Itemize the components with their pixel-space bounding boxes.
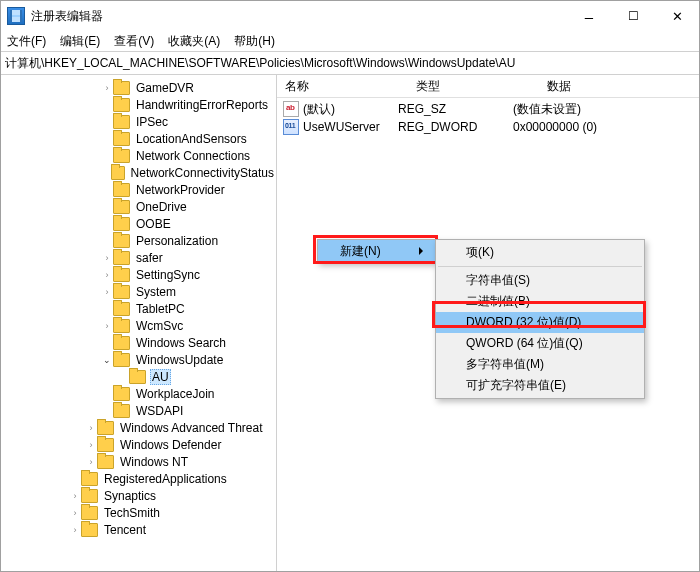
tree-item-label: Windows Advanced Threat [118, 421, 265, 435]
maximize-button[interactable] [611, 1, 655, 31]
col-data[interactable]: 数据 [539, 78, 699, 95]
tree-item[interactable]: NetworkProvider [5, 181, 276, 198]
tree-item[interactable]: OneDrive [5, 198, 276, 215]
folder-icon [113, 285, 130, 299]
tree-item[interactable]: TabletPC [5, 300, 276, 317]
folder-icon [97, 438, 114, 452]
value-row[interactable]: UseWUServerREG_DWORD0x00000000 (0) [277, 118, 699, 136]
tree-item-label: Synaptics [102, 489, 158, 503]
chevron-right-icon[interactable]: › [69, 491, 81, 501]
folder-icon [111, 166, 125, 180]
tree-item[interactable]: WSDAPI [5, 402, 276, 419]
folder-icon [81, 489, 98, 503]
folder-icon [113, 217, 130, 231]
tree-item-label: safer [134, 251, 165, 265]
folder-icon [113, 115, 130, 129]
value-data: (数值未设置) [513, 101, 699, 118]
tree-item[interactable]: ›Synaptics [5, 487, 276, 504]
menu-view[interactable]: 查看(V) [114, 33, 154, 50]
tree-item-label: Tencent [102, 523, 148, 537]
tree-item[interactable]: AU [5, 368, 276, 385]
chevron-right-icon[interactable]: › [101, 287, 113, 297]
folder-icon [113, 302, 130, 316]
col-name[interactable]: 名称 [277, 78, 408, 95]
menu-favorites[interactable]: 收藏夹(A) [168, 33, 220, 50]
values-list[interactable]: (默认)REG_SZ(数值未设置)UseWUServerREG_DWORD0x0… [277, 98, 699, 136]
tree-item[interactable]: ›Windows Advanced Threat [5, 419, 276, 436]
address-text: 计算机\HKEY_LOCAL_MACHINE\SOFTWARE\Policies… [5, 55, 515, 72]
tree-panel: ›GameDVRHandwritingErrorReportsIPSecLoca… [1, 75, 277, 571]
chevron-down-icon[interactable]: ⌄ [101, 355, 113, 365]
folder-icon [81, 523, 98, 537]
submenu-arrow-icon [419, 247, 427, 255]
tree-item[interactable]: HandwritingErrorReports [5, 96, 276, 113]
value-row[interactable]: (默认)REG_SZ(数值未设置) [277, 100, 699, 118]
chevron-right-icon[interactable]: › [101, 270, 113, 280]
tree-item-label: Windows Defender [118, 438, 223, 452]
address-bar[interactable]: 计算机\HKEY_LOCAL_MACHINE\SOFTWARE\Policies… [1, 52, 699, 75]
tree-item[interactable]: IPSec [5, 113, 276, 130]
folder-icon [113, 132, 130, 146]
tree-item[interactable]: ›GameDVR [5, 79, 276, 96]
folder-icon [113, 234, 130, 248]
menu-new-dword[interactable]: DWORD (32 位)值(D) [436, 312, 644, 333]
tree-item[interactable]: ›WcmSvc [5, 317, 276, 334]
dword-value-icon [283, 119, 299, 135]
context-menu: 新建(N) [317, 239, 436, 263]
chevron-right-icon[interactable]: › [101, 253, 113, 263]
menu-edit[interactable]: 编辑(E) [60, 33, 100, 50]
app-icon [7, 7, 25, 25]
folder-icon [129, 370, 146, 384]
folder-icon [113, 268, 130, 282]
menu-new-multistring[interactable]: 多字符串值(M) [436, 354, 644, 375]
tree-item[interactable]: ›TechSmith [5, 504, 276, 521]
chevron-right-icon[interactable]: › [101, 83, 113, 93]
tree-item[interactable]: RegisteredApplications [5, 470, 276, 487]
tree-item[interactable]: ›Tencent [5, 521, 276, 538]
value-name: UseWUServer [303, 120, 398, 134]
minimize-button[interactable] [567, 1, 611, 31]
registry-tree[interactable]: ›GameDVRHandwritingErrorReportsIPSecLoca… [1, 75, 276, 542]
chevron-right-icon[interactable]: › [101, 321, 113, 331]
value-name: (默认) [303, 101, 398, 118]
menu-new-key[interactable]: 项(K) [436, 242, 644, 263]
tree-item-label: WSDAPI [134, 404, 185, 418]
tree-item-label: TechSmith [102, 506, 162, 520]
tree-item[interactable]: Windows Search [5, 334, 276, 351]
tree-item[interactable]: ›System [5, 283, 276, 300]
tree-item[interactable]: OOBE [5, 215, 276, 232]
tree-item[interactable]: LocationAndSensors [5, 130, 276, 147]
tree-item[interactable]: ›SettingSync [5, 266, 276, 283]
chevron-right-icon[interactable]: › [85, 440, 97, 450]
menu-new-expandstring[interactable]: 可扩充字符串值(E) [436, 375, 644, 396]
menu-new-string[interactable]: 字符串值(S) [436, 270, 644, 291]
tree-item[interactable]: ›Windows Defender [5, 436, 276, 453]
menu-help[interactable]: 帮助(H) [234, 33, 275, 50]
tree-item[interactable]: ›safer [5, 249, 276, 266]
folder-icon [113, 353, 130, 367]
tree-item[interactable]: WorkplaceJoin [5, 385, 276, 402]
tree-item[interactable]: Network Connections [5, 147, 276, 164]
close-button[interactable] [655, 1, 699, 31]
menu-file[interactable]: 文件(F) [7, 33, 46, 50]
tree-item-label: OOBE [134, 217, 173, 231]
tree-item-label: HandwritingErrorReports [134, 98, 270, 112]
tree-item[interactable]: ⌄WindowsUpdate [5, 351, 276, 368]
menu-new-binary[interactable]: 二进制值(B) [436, 291, 644, 312]
tree-item[interactable]: Personalization [5, 232, 276, 249]
tree-item-label: WcmSvc [134, 319, 185, 333]
tree-item-label: WindowsUpdate [134, 353, 225, 367]
chevron-right-icon[interactable]: › [85, 423, 97, 433]
folder-icon [113, 81, 130, 95]
chevron-right-icon[interactable]: › [69, 525, 81, 535]
tree-item-label: Personalization [134, 234, 220, 248]
tree-item[interactable]: NetworkConnectivityStatus [5, 164, 276, 181]
tree-item[interactable]: ›Windows NT [5, 453, 276, 470]
chevron-right-icon[interactable]: › [69, 508, 81, 518]
tree-item-label: WorkplaceJoin [134, 387, 216, 401]
chevron-right-icon[interactable]: › [85, 457, 97, 467]
col-type[interactable]: 类型 [408, 78, 539, 95]
context-new[interactable]: 新建(N) [318, 240, 435, 262]
menu-new-qword[interactable]: QWORD (64 位)值(Q) [436, 333, 644, 354]
title-bar: 注册表编辑器 [1, 1, 699, 31]
